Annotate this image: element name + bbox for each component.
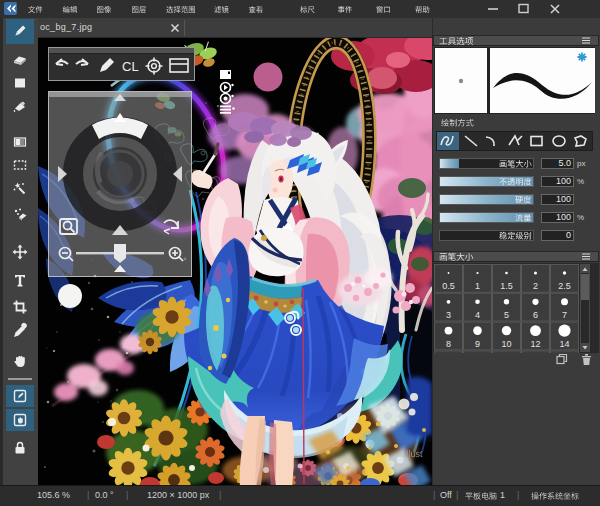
svg-text:5: 5 — [504, 310, 509, 320]
svg-text:0.5: 0.5 — [442, 281, 455, 291]
svg-text:7: 7 — [562, 310, 567, 320]
svg-text:1: 1 — [475, 281, 480, 291]
svg-text:2: 2 — [533, 281, 538, 291]
svg-text:Illust: Illust — [404, 449, 423, 459]
svg-text:6: 6 — [533, 310, 538, 320]
svg-text:9: 9 — [475, 339, 480, 349]
svg-text:10: 10 — [501, 339, 511, 349]
svg-text:3: 3 — [446, 310, 451, 320]
svg-text:12: 12 — [530, 339, 540, 349]
svg-text:1.5: 1.5 — [500, 281, 513, 291]
svg-text:8: 8 — [446, 339, 451, 349]
svg-text:CL: CL — [122, 59, 139, 74]
svg-text:4: 4 — [475, 310, 480, 320]
svg-text:14: 14 — [559, 339, 569, 349]
svg-text:2.5: 2.5 — [558, 281, 571, 291]
